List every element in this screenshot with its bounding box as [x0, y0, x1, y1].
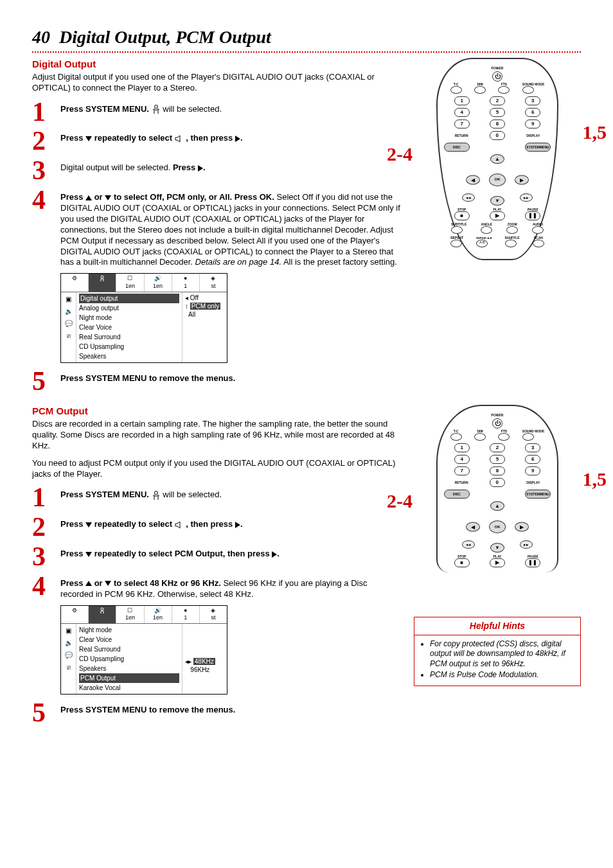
down-button[interactable]: ▼ — [490, 196, 504, 206]
left-button[interactable]: ◀ — [466, 175, 480, 185]
step-number: 4 — [32, 574, 54, 600]
step2-d: . — [240, 133, 243, 143]
soundmode-button[interactable] — [522, 86, 534, 94]
next-button[interactable]: ▸▸ — [520, 540, 533, 549]
stop-button[interactable]: ■ — [454, 211, 470, 220]
remote-illustration-2: 2-4 1,5 POWER⏻ T-C DIM FTS SOUND MODE 12… — [414, 405, 581, 598]
num-2[interactable]: 2 — [490, 96, 505, 105]
digital-step-4: 4 Press or to select Off, PCM only, or A… — [32, 188, 401, 268]
menu-values: ◂ Off ↕ PCM only All — [182, 292, 227, 362]
digital-step-5: 5 Press SYSTEM MENU to remove the menus. — [32, 369, 401, 394]
svg-point-3 — [101, 608, 103, 610]
down-button[interactable]: ▼ — [490, 543, 504, 553]
subtitle-button[interactable] — [451, 226, 463, 234]
fts-button[interactable] — [498, 433, 510, 441]
num-5[interactable]: 5 — [490, 455, 505, 464]
menu-top-cell: ●1 — [172, 274, 200, 291]
prev-button[interactable]: ◂◂ — [462, 193, 475, 202]
num-3[interactable]: 3 — [525, 96, 540, 105]
step1-text-b: will be selected. — [163, 104, 222, 114]
helpful-hints: Helpful Hints For copy protected (CSS) d… — [414, 617, 581, 686]
hint-item: PCM is Pulse Code Modulation. — [430, 670, 574, 680]
step4-b: or — [94, 192, 103, 202]
angle-button[interactable] — [481, 226, 492, 234]
speaker-icon — [175, 521, 184, 529]
pcm-step-2: 2 Press repeatedly to select , then pres… — [32, 515, 401, 540]
scan-button[interactable] — [533, 240, 544, 247]
menu-side-icons: ▣🔈💬⎚ — [61, 624, 76, 694]
play-button[interactable]: ▶ — [490, 211, 505, 220]
audio-button[interactable] — [532, 226, 544, 234]
step-number: 5 — [32, 369, 54, 394]
tc-button[interactable] — [450, 433, 462, 441]
step-number: 1 — [32, 486, 54, 510]
num-6[interactable]: 6 — [525, 455, 540, 464]
up-button[interactable]: ▲ — [490, 501, 504, 511]
num-7[interactable]: 7 — [454, 120, 470, 128]
power-label: POWER — [444, 414, 551, 417]
system-menu-button[interactable]: SYSTEMMENU — [525, 490, 551, 499]
svg-point-2 — [154, 491, 157, 494]
step3-b: Press — [173, 163, 195, 172]
repeat-ab-button[interactable]: A-B — [476, 240, 488, 247]
num-0[interactable]: 0 — [490, 131, 505, 140]
power-button[interactable]: ⏻ — [492, 418, 502, 429]
power-label: POWER — [444, 67, 551, 70]
tc-button[interactable] — [450, 86, 462, 94]
digital-step-1: 1 Press SYSTEM MENU. will be selected. — [32, 100, 401, 125]
step4-tail: All is the preset factory setting. — [283, 257, 397, 267]
num-6[interactable]: 6 — [525, 108, 540, 117]
power-button[interactable]: ⏻ — [492, 71, 502, 82]
right-button[interactable]: ▶ — [515, 175, 529, 185]
up-button[interactable]: ▲ — [490, 154, 504, 164]
num-0[interactable]: 0 — [490, 478, 505, 487]
num-7[interactable]: 7 — [454, 466, 470, 475]
step-number: 2 — [32, 515, 54, 540]
dpad: ▲ ▼ ◀ ▶ OK ◂◂ ▸▸ — [462, 154, 533, 206]
step5-text: Press SYSTEM MENU to remove the menus. — [60, 373, 235, 383]
num-2[interactable]: 2 — [490, 443, 505, 452]
next-button[interactable]: ▸▸ — [520, 193, 533, 202]
num-4[interactable]: 4 — [454, 108, 470, 117]
dim-button[interactable] — [474, 433, 486, 441]
ok-button[interactable]: OK — [489, 173, 506, 186]
hint-item: For copy protected (CSS) discs, digital … — [430, 639, 574, 669]
stop-button[interactable]: ■ — [454, 558, 470, 567]
system-menu-button[interactable]: SYSTEMMENU — [525, 143, 551, 152]
pause-button[interactable]: ❚❚ — [525, 211, 540, 220]
soundmode-button[interactable] — [522, 433, 534, 441]
page-number: 40 — [32, 27, 50, 47]
disc-menu-button[interactable]: DISC — [444, 490, 470, 499]
num-9[interactable]: 9 — [525, 120, 540, 128]
repeat-button[interactable] — [450, 240, 462, 247]
fts-button[interactable] — [498, 86, 510, 94]
down-arrow-icon — [85, 552, 92, 557]
shuffle-button[interactable] — [505, 240, 517, 247]
p-step1-b: will be selected. — [163, 490, 222, 499]
up-arrow-icon — [85, 581, 92, 586]
step4-body: Select Off if you did not use the DIGITA… — [60, 192, 400, 267]
right-button[interactable]: ▶ — [515, 522, 529, 532]
disc-menu-button[interactable]: DISC — [444, 143, 470, 152]
prev-button[interactable]: ◂◂ — [462, 540, 475, 549]
num-8[interactable]: 8 — [490, 466, 505, 475]
dim-button[interactable] — [474, 86, 486, 94]
num-1[interactable]: 1 — [454, 96, 470, 105]
pause-button[interactable]: ❚❚ — [525, 558, 540, 567]
step-number: 2 — [32, 129, 54, 154]
num-4[interactable]: 4 — [454, 455, 470, 464]
num-1[interactable]: 1 — [454, 443, 470, 452]
menu-top-cell: ☐1en — [116, 274, 144, 291]
num-3[interactable]: 3 — [525, 443, 540, 452]
left-button[interactable]: ◀ — [466, 522, 480, 532]
menu-top-icon: ⚙ — [61, 274, 89, 291]
num-5[interactable]: 5 — [490, 108, 505, 117]
pcm-heading: PCM Output — [32, 405, 401, 418]
play-button[interactable]: ▶ — [490, 558, 505, 567]
ok-button[interactable]: OK — [489, 520, 506, 533]
num-9[interactable]: 9 — [525, 466, 540, 475]
zoom-button[interactable] — [506, 226, 518, 234]
num-8[interactable]: 8 — [490, 120, 505, 128]
digital-heading: Digital Output — [32, 58, 401, 71]
menu-top-icon: ⚙ — [61, 606, 89, 623]
